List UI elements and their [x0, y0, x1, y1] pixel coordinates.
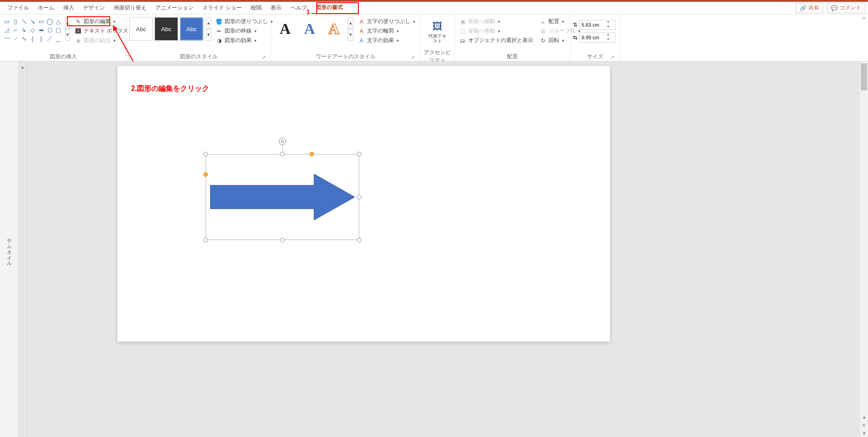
shape-elbow-arrow-icon[interactable]: ↳: [20, 26, 28, 34]
bring-forward-label: 前面へ移動: [468, 18, 495, 25]
height-up[interactable]: ▲: [605, 20, 611, 25]
collapse-ribbon[interactable]: ⌃: [860, 14, 868, 61]
wordart-up[interactable]: ▲: [348, 17, 353, 29]
alt-text-icon: 🖼: [432, 21, 442, 33]
shape-effects-label: 図形の効果: [225, 37, 252, 44]
width-up[interactable]: ▲: [605, 33, 611, 38]
chevron-down-icon: ▾: [397, 38, 399, 43]
menu-bar: ファイル ホーム 挿入 デザイン 画面切り替え アニメーション スライド ショー…: [0, 2, 868, 14]
shape-rtriangle-icon[interactable]: ◿: [3, 26, 11, 34]
outline-icon: ✏: [216, 28, 223, 35]
shape-elbow-icon[interactable]: ⌐: [11, 26, 19, 34]
shape-diamond-icon[interactable]: ◇: [28, 26, 37, 34]
chevron-down-icon: ▾: [397, 29, 399, 33]
comment-label: コメント: [840, 4, 861, 12]
wordart-style-1[interactable]: A: [274, 17, 296, 41]
chevron-down-icon: ▾: [498, 19, 500, 24]
share-icon: 🔗: [800, 5, 807, 11]
tab-shape-format[interactable]: 図形の書式: [311, 2, 347, 14]
shape-style-2[interactable]: Abc: [155, 17, 178, 41]
group-insert-shapes: ▭ ▯ ＼ ↘ ▭ ◯ △ ◿ ⌐ ↳ ◇ ➡ ⬡ ▢ 〰 ⟋ ∿ { } ／: [0, 14, 127, 61]
chevron-down-icon: ▾: [562, 38, 564, 43]
tab-transitions[interactable]: 画面切り替え: [109, 2, 151, 14]
wordart-style-3[interactable]: A: [323, 17, 345, 41]
group-size: ⇅ ▲▼ ⇆ ▲▼ サイズ⤢: [570, 14, 620, 61]
shape-styles-launcher[interactable]: ⤢: [261, 54, 267, 60]
group-label-wordart: ワードアートのスタイル: [316, 53, 375, 61]
tab-design[interactable]: デザイン: [79, 2, 109, 14]
chevron-down-icon: ▾: [254, 29, 257, 33]
tab-review[interactable]: 校閲: [246, 2, 266, 14]
share-button[interactable]: 🔗共有: [796, 3, 823, 13]
shape-connector-icon[interactable]: ⎯: [54, 34, 62, 42]
shape-style-1[interactable]: Abc: [129, 17, 153, 41]
width-field[interactable]: [580, 35, 605, 40]
shapes-scroll-up[interactable]: ▲: [65, 17, 70, 29]
edit-shape-button[interactable]: ✎ 図形の編集▾: [73, 17, 130, 26]
size-launcher[interactable]: ⤢: [610, 54, 616, 60]
shape-triangle-icon[interactable]: △: [54, 17, 62, 25]
shape-arrow-right-icon[interactable]: ➡: [37, 26, 45, 34]
merge-shapes-icon: ◉: [75, 37, 82, 44]
shape-arrow-line-icon[interactable]: ↘: [28, 17, 37, 25]
chevron-down-icon: ▾: [113, 19, 116, 24]
group-arrange: ▣前面へ移動▾ ▢背面へ移動▾ 🗂オブジェクトの選択と表示 ⫠配置▾ ⊞グループ…: [455, 14, 570, 61]
shape-style-3[interactable]: Abc: [180, 17, 203, 41]
align-label: 配置: [549, 18, 559, 25]
shape-rect-icon[interactable]: ▭: [37, 17, 45, 25]
alt-text-button[interactable]: 🖼 代替テキスト: [427, 17, 448, 47]
height-field[interactable]: [580, 22, 605, 28]
shape-hex-icon[interactable]: ⬡: [46, 26, 54, 34]
align-icon: ⫠: [540, 18, 547, 25]
send-backward-label: 背面へ移動: [468, 27, 495, 35]
merge-shapes-button: ◉ 図形の結合▾: [73, 36, 130, 45]
shape-freeform-icon[interactable]: ⟋: [11, 34, 19, 42]
width-down[interactable]: ▼: [605, 38, 611, 42]
width-input[interactable]: ▲▼: [579, 33, 615, 42]
comment-button[interactable]: 💬コメント: [827, 3, 865, 13]
tab-animations[interactable]: アニメーション: [151, 2, 198, 14]
shape-curve-icon[interactable]: 〰: [3, 34, 11, 42]
shape-fill-label: 図形の塗りつぶし: [225, 18, 268, 25]
shape-textbox-icon[interactable]: ▭: [3, 17, 11, 25]
shape-brace-r-icon[interactable]: }: [37, 34, 45, 42]
shape-style-up[interactable]: ▲: [206, 17, 211, 29]
rotate-icon: ↻: [540, 37, 547, 44]
height-input[interactable]: ▲▼: [579, 20, 615, 30]
tab-slideshow[interactable]: スライド ショー: [198, 2, 246, 14]
shape-textbox-v-icon[interactable]: ▯: [11, 17, 19, 25]
shape-oval-icon[interactable]: ◯: [46, 17, 54, 25]
tab-insert[interactable]: 挿入: [59, 2, 79, 14]
text-effects-label: 文字の効果: [367, 37, 394, 44]
shape-outline-button[interactable]: ✏図形の枠線▾: [214, 27, 275, 35]
text-outline-label: 文字の輪郭: [367, 27, 394, 35]
text-effects-button[interactable]: A文字の効果▾: [356, 36, 417, 45]
text-box-button[interactable]: 🅰 テキスト ボックス: [73, 27, 130, 35]
shape-style-gallery[interactable]: Abc Abc Abc: [129, 17, 203, 41]
shape-style-down[interactable]: ▼: [206, 29, 211, 41]
chevron-down-icon: ▾: [562, 19, 564, 24]
wordart-style-2[interactable]: A: [298, 17, 321, 41]
text-outline-button[interactable]: A文字の輪郭▾: [356, 27, 417, 35]
shapes-scroll-down[interactable]: ▼: [65, 29, 70, 41]
shape-effects-button[interactable]: ◑図形の効果▾: [214, 36, 275, 45]
height-icon: ⇅: [573, 22, 577, 28]
wordart-gallery[interactable]: A A A: [274, 17, 345, 41]
tab-view[interactable]: 表示: [266, 2, 286, 14]
shape-fill-button[interactable]: 🪣図形の塗りつぶし▾: [214, 17, 275, 26]
tab-home[interactable]: ホーム: [33, 2, 59, 14]
wordart-launcher[interactable]: ⤢: [410, 54, 416, 60]
bring-forward-button: ▣前面へ移動▾: [457, 17, 535, 26]
shape-scribble-icon[interactable]: ∿: [20, 34, 28, 42]
shape-line2-icon[interactable]: ／: [46, 34, 54, 42]
selection-pane-button[interactable]: 🗂オブジェクトの選択と表示: [457, 36, 535, 45]
shapes-gallery[interactable]: ▭ ▯ ＼ ↘ ▭ ◯ △ ◿ ⌐ ↳ ◇ ➡ ⬡ ▢ 〰 ⟋ ∿ { } ／: [3, 17, 62, 42]
tab-file[interactable]: ファイル: [3, 2, 33, 14]
shape-brace-l-icon[interactable]: {: [28, 34, 37, 42]
height-down[interactable]: ▼: [605, 25, 611, 30]
text-fill-button[interactable]: A文字の塗りつぶし▾: [356, 17, 417, 26]
group-label-insert-shapes: 図形の挿入: [50, 53, 77, 61]
shape-line-icon[interactable]: ＼: [20, 17, 28, 25]
shape-roundrect-icon[interactable]: ▢: [54, 26, 62, 34]
wordart-down[interactable]: ▼: [348, 29, 353, 41]
